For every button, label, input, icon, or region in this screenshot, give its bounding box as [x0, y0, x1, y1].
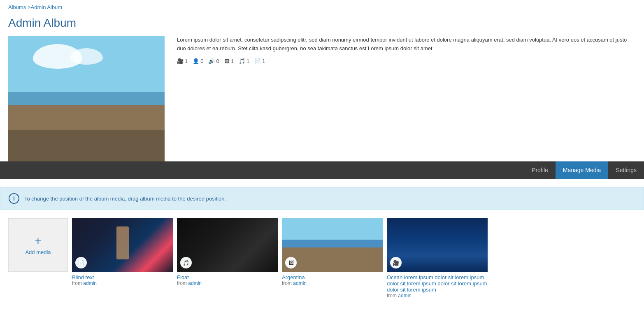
breadcrumb-albums-link[interactable]: Albums	[8, 4, 26, 10]
media-thumbnail[interactable]: 📄	[72, 218, 173, 272]
media-from: from admin	[72, 280, 173, 286]
album-description-text: Lorem ipsum dolor sit amet, consetetur s…	[177, 36, 636, 53]
media-thumbnail[interactable]: 🖼	[282, 218, 383, 272]
media-thumbnail[interactable]: 🎥	[387, 218, 488, 272]
media-counts: 🎥 1 👤 0 🔊 0 🖼 1 🎵 1 📄 1	[177, 58, 636, 64]
breadcrumb: Albums >Admin Album	[0, 0, 644, 14]
media-section: + Add media 📄 Blind text from admin 🎵	[0, 218, 644, 311]
media-author-link[interactable]: admin	[293, 280, 307, 286]
media-author-link[interactable]: admin	[188, 280, 202, 286]
photo3d-count: 👤 0	[193, 58, 203, 64]
doc-type-icon: 📄	[78, 260, 84, 266]
doc-icon: 📄	[254, 58, 261, 64]
media-thumbnail[interactable]: 🎵	[177, 218, 278, 272]
list-item: 🎵 Float from admin	[177, 218, 278, 299]
photo3d-icon: 👤	[193, 58, 199, 64]
media-title[interactable]: Blind text	[72, 274, 173, 280]
list-item: 🖼 Argentina from admin	[282, 218, 383, 299]
manage-media-nav-link[interactable]: Manage Media	[556, 161, 609, 179]
info-icon: i	[9, 193, 19, 204]
image-count: 🖼 1	[224, 58, 234, 64]
media-type-badge-music: 🎵	[180, 257, 192, 268]
nav-bar: Profile Manage Media Settings	[0, 161, 644, 179]
info-banner: i To change the position of the album me…	[0, 187, 644, 210]
image-icon: 🖼	[224, 58, 230, 64]
media-from: from admin	[282, 280, 383, 286]
video-icon: 🎥	[177, 58, 184, 64]
album-cover	[8, 36, 165, 161]
video-type-icon: 🎥	[393, 260, 399, 266]
add-media-label: Add media	[25, 249, 51, 255]
media-author-link[interactable]: admin	[398, 293, 412, 299]
media-title[interactable]: Ocean lorem ipsum dolor sit lorem ipsum …	[387, 274, 488, 293]
video-count: 🎥 1	[177, 58, 188, 64]
media-from: from admin	[387, 293, 488, 299]
music-count: 🎵 1	[239, 58, 249, 64]
info-banner-text: To change the position of the album medi…	[24, 196, 226, 202]
media-title[interactable]: Float	[177, 274, 278, 280]
doc-count: 📄 1	[254, 58, 265, 64]
media-type-badge-doc: 📄	[75, 257, 87, 268]
voice-icon: 🔊	[208, 58, 215, 64]
add-media-plus-icon: +	[35, 235, 41, 247]
breadcrumb-separator: >	[26, 4, 30, 10]
media-author-link[interactable]: admin	[83, 280, 97, 286]
settings-nav-link[interactable]: Settings	[608, 161, 644, 179]
album-description: Lorem ipsum dolor sit amet, consetetur s…	[177, 36, 636, 161]
list-item: 🎥 Ocean lorem ipsum dolor sit lorem ipsu…	[387, 218, 488, 299]
media-type-badge-video: 🎥	[390, 257, 402, 268]
page-title: Admin Album	[0, 14, 644, 36]
album-info-section: Lorem ipsum dolor sit amet, consetetur s…	[0, 36, 644, 161]
profile-nav-link[interactable]: Profile	[524, 161, 556, 179]
media-grid: + Add media 📄 Blind text from admin 🎵	[8, 218, 636, 299]
voice-count: 🔊 0	[208, 58, 219, 64]
media-type-badge-image: 🖼	[285, 257, 297, 268]
album-cover-image	[8, 36, 165, 161]
music-type-icon: 🎵	[183, 260, 189, 266]
breadcrumb-current: Admin Album	[31, 4, 63, 10]
media-from: from admin	[177, 280, 278, 286]
list-item: 📄 Blind text from admin	[72, 218, 173, 299]
media-title[interactable]: Argentina	[282, 274, 383, 280]
music-icon: 🎵	[239, 58, 245, 64]
image-type-icon: 🖼	[288, 260, 294, 266]
add-media-card[interactable]: + Add media	[8, 218, 68, 272]
